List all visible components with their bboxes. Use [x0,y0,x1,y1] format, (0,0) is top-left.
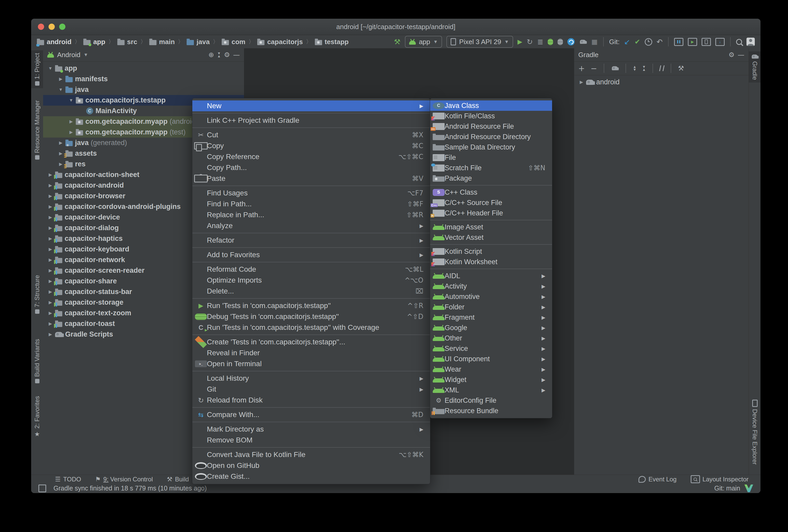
menu-item-compare-with-[interactable]: ⇆Compare With...⌘D [192,409,430,420]
toolwindow-button-layout-inspector[interactable]: Layout Inspector [691,475,749,483]
menu-item-package[interactable]: Package [430,173,552,183]
sidebar-tab-resource-manager[interactable]: Resource Manager [31,98,43,162]
breadcrumb-item-java[interactable]: java [186,38,210,46]
expand-all-icon[interactable]: ▲▼ [633,65,636,71]
add-gradle-project-icon[interactable]: + [578,64,585,73]
project-structure-icon[interactable] [674,38,684,46]
tree-arrow-icon[interactable]: ▶ [46,332,55,337]
menu-item-activity[interactable]: Activity▶ [430,281,552,292]
tree-arrow-icon[interactable]: ▶ [66,130,76,135]
tree-arrow-icon[interactable]: ▶ [46,204,55,210]
search-everywhere-icon[interactable] [736,39,742,45]
menu-item-cut[interactable]: ✂Cut⌘X [192,130,430,140]
git-update-icon[interactable]: ↙ [624,38,630,46]
offline-mode-icon[interactable] [659,65,665,71]
toolwindow-button-9-version-control[interactable]: ⚑9: Version Control [95,476,153,483]
sidebar-tab-2-favorites[interactable]: 2: Favorites★ [31,393,43,440]
breadcrumb-item-app[interactable]: app [83,38,105,46]
menu-item-analyze[interactable]: Analyze▶ [192,220,430,231]
tree-arrow-icon[interactable]: ▼ [66,98,76,103]
menu-item-wear[interactable]: Wear▶ [430,364,552,374]
tree-arrow-icon[interactable]: ▶ [46,278,55,284]
git-commit-icon[interactable]: ✔ [635,38,640,46]
menu-item-service[interactable]: Service▶ [430,343,552,354]
gradle-tree-row-android[interactable]: ▶android [574,77,749,87]
collapse-all-icon[interactable]: ▼▲ [642,65,646,71]
menu-item-add-to-favorites[interactable]: Add to Favorites▶ [192,250,430,260]
remove-gradle-project-icon[interactable]: − [590,64,597,73]
menu-item-reload-from-disk[interactable]: ↻Reload from Disk [192,395,430,406]
menu-item-optimize-imports[interactable]: Optimize Imports^⌥O [192,275,430,286]
menu-item-c-c-header-file[interactable]: HC/C++ Header File [430,208,552,218]
menu-item-xml[interactable]: XML▶ [430,385,552,395]
gear-icon[interactable]: ⚙ [729,51,734,59]
sdk-manager-icon[interactable]: ↓ [715,38,725,46]
menu-item-kotlin-worksheet[interactable]: Kotlin Worksheet [430,257,552,267]
zoom-window-button[interactable] [59,24,65,30]
menu-item-automotive[interactable]: Automotive▶ [430,292,552,302]
history-icon[interactable] [645,38,652,46]
tree-arrow-icon[interactable]: ▶ [46,172,55,178]
tree-arrow-icon[interactable]: ▶ [46,289,55,295]
profiler-icon[interactable] [567,38,575,45]
sync-project-icon[interactable] [580,40,586,44]
hide-panel-icon[interactable]: — [737,51,744,59]
breadcrumb-item-main[interactable]: main [149,38,175,46]
menu-item-other[interactable]: Other▶ [430,333,552,343]
menu-item-refactor[interactable]: Refactor▶ [192,235,430,246]
menu-item-find-in-path-[interactable]: Find in Path...⇧⌘F [192,199,430,210]
rollback-icon[interactable]: ↶ [657,38,663,46]
tree-arrow-icon[interactable]: ▶ [56,76,65,82]
run-configuration-select[interactable]: app▼ [405,36,442,48]
menu-item-widget[interactable]: Widget▶ [430,374,552,385]
tree-row-java[interactable]: ▼java [43,84,244,95]
tree-arrow-icon[interactable]: ▶ [46,247,55,252]
apply-code-changes-icon[interactable]: ≣ [537,38,543,46]
tree-arrow-icon[interactable]: ▶ [46,300,55,305]
menu-item-ui-component[interactable]: UI Component▶ [430,354,552,364]
menu-item-reformat-code[interactable]: Reformat Code⌥⌘L [192,264,430,275]
attach-debugger-icon[interactable] [557,39,563,45]
tree-arrow-icon[interactable]: ▶ [46,268,55,273]
tree-arrow-icon[interactable]: ▶ [577,79,586,85]
tree-arrow-icon[interactable]: ▶ [46,236,55,241]
menu-item-link-c-project-with-gradle[interactable]: Link C++ Project with Gradle [192,115,430,126]
menu-item-sample-data-directory[interactable]: Sample Data Directory [430,142,552,152]
tree-row-app[interactable]: ▼app [43,63,244,74]
menu-item-open-in-terminal[interactable]: >_Open in Terminal [192,358,430,369]
menu-item-open-on-github[interactable]: Open on GitHub [192,460,430,471]
tree-arrow-icon[interactable]: ▶ [46,321,55,327]
toolwindow-button-build[interactable]: ⚒Build [167,476,189,483]
menu-item-reveal-in-finder[interactable]: Reveal in Finder [192,348,430,358]
menu-item-remove-bom[interactable]: Remove BOM [192,435,430,446]
menu-item-find-usages[interactable]: Find Usages⌥F7 [192,188,430,199]
device-manager-icon[interactable] [702,38,711,46]
gear-icon[interactable]: ⚙ [224,51,230,59]
menu-item-convert-java-file-to-kotlin-file[interactable]: Convert Java File to Kotlin File⌥⇧⌘K [192,449,430,460]
menu-item-editorconfig-file[interactable]: ⚙EditorConfig File [430,395,552,406]
tree-arrow-icon[interactable]: ▶ [46,183,55,188]
menu-item-android-resource-file[interactable]: <>Android Resource File [430,121,552,132]
menu-item-kotlin-script[interactable]: Kotlin Script [430,246,552,257]
menu-item-create-tests-in-com-capacitorjs-testapp-[interactable]: Create 'Tests in 'com.capacitorjs.testap… [192,337,430,348]
git-branch-widget[interactable]: Git: main [714,485,740,492]
menu-item-kotlin-file-class[interactable]: Kotlin File/Class [430,111,552,121]
locate-file-icon[interactable]: ⊕ [209,51,214,59]
breadcrumb-item-testapp[interactable]: testapp [315,38,349,46]
menu-item-vector-asset[interactable]: Vector Asset [430,232,552,243]
menu-item-new[interactable]: New▶ [192,100,430,111]
tree-arrow-icon[interactable]: ▶ [56,140,65,145]
tree-arrow-icon[interactable]: ▶ [46,225,55,231]
tree-arrow-icon[interactable]: ▶ [46,215,55,220]
menu-item-c-c-source-file[interactable]: C++C/C++ Source File [430,197,552,208]
collapse-all-icon[interactable]: ▼▲ [217,52,221,58]
menu-item-android-resource-directory[interactable]: Android Resource Directory [430,132,552,142]
toolwindow-button-todo[interactable]: ☰TODO [55,476,81,483]
gradle-icon[interactable] [752,55,757,59]
menu-item-google[interactable]: Google▶ [430,322,552,333]
menu-item-resource-bundle[interactable]: Resource Bundle [430,406,552,416]
menu-item-java-class[interactable]: CJava Class [430,100,552,111]
menu-item-delete-[interactable]: Delete...⌧ [192,286,430,297]
sidebar-tab-7-structure[interactable]: 7: Structure [31,273,43,316]
running-devices-icon[interactable]: ▶ [688,38,697,46]
